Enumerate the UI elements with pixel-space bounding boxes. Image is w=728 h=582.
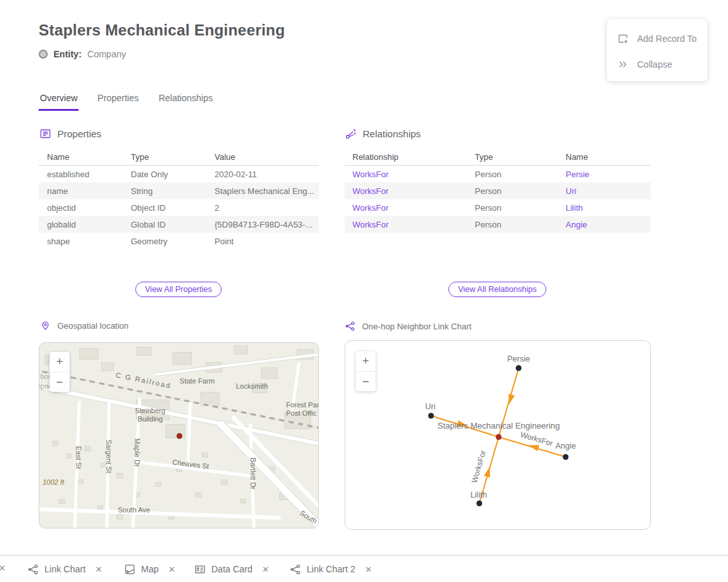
zoom-in-button[interactable]: + <box>50 352 70 372</box>
bottom-tab-link-chart-2[interactable]: Link Chart 2 ✕ <box>290 556 372 582</box>
map-label: Forest Par <box>286 401 319 409</box>
close-icon[interactable]: ✕ <box>168 565 175 574</box>
col-header: Type <box>475 152 566 162</box>
menu-item-add-record-to[interactable]: Add Record To <box>607 26 707 52</box>
rel-type: Person <box>475 170 566 179</box>
col-header: Type <box>131 152 215 162</box>
section-title: One-hop Neighbor Link Chart <box>362 322 472 331</box>
entity-link[interactable]: Angie <box>566 220 651 229</box>
data-card-page: Staplers Mechanical Engineering Entity: … <box>0 0 728 582</box>
relationships-icon <box>345 128 356 139</box>
menu-item-label: Collapse <box>637 59 672 70</box>
one-hop-link-chart[interactable]: WorksFor WorksFor Persie Uri Angie Lilit… <box>345 340 651 530</box>
map-building <box>52 441 59 446</box>
rel-type: Person <box>475 220 566 229</box>
bottom-tab-map[interactable]: Map ✕ <box>124 556 175 582</box>
zoom-out-button[interactable]: − <box>50 372 70 392</box>
prop-value: 2020-02-11 <box>215 170 319 179</box>
link-chart-icon <box>28 564 39 575</box>
close-icon[interactable]: ✕ <box>95 565 102 574</box>
table-row: WorksFor Person Uri <box>345 182 651 199</box>
close-icon[interactable]: ✕ <box>365 565 372 574</box>
close-icon[interactable]: ✕ <box>0 563 6 573</box>
prop-type: String <box>131 186 215 196</box>
menu-item-label: Add Record To <box>637 34 696 44</box>
col-header: Value <box>215 152 319 162</box>
options-dropdown-menu: Add Record To Collapse <box>607 19 707 81</box>
node-label: Angie <box>555 441 576 451</box>
table-row: globalid Global ID {5D9B4713-F98D-4A53-.… <box>39 216 319 233</box>
table-row: WorksFor Person Lilith <box>345 199 651 216</box>
section-title: Properties <box>57 128 101 139</box>
prop-name: globalid <box>47 220 131 229</box>
entity-label: Entity: <box>53 49 82 59</box>
map-building <box>240 499 246 503</box>
table-row: WorksFor Person Persie <box>345 166 651 182</box>
map-label: Post Offic <box>286 409 316 417</box>
map-building <box>66 454 72 458</box>
map-building <box>117 514 123 519</box>
node-label: Lilith <box>470 490 487 500</box>
map-label: State Farm <box>180 377 215 385</box>
bottom-tab-data-card[interactable]: Data Card ✕ <box>195 556 269 582</box>
properties-table-header: Name Type Value <box>39 148 319 166</box>
geospatial-section-header: Geospatial location <box>40 321 129 331</box>
entity-link[interactable]: Uri <box>566 186 651 196</box>
node-angie[interactable] <box>563 454 569 460</box>
map-building <box>78 480 84 484</box>
edge-label: WorksFor <box>470 449 488 484</box>
zoom-out-button[interactable]: − <box>356 371 376 391</box>
node-lilith[interactable] <box>477 501 483 507</box>
relationship-link[interactable]: WorksFor <box>352 170 475 179</box>
tab-overview[interactable]: Overview <box>39 93 79 111</box>
prop-name: established <box>47 170 131 179</box>
prop-name: name <box>47 186 131 196</box>
map-icon <box>124 564 135 575</box>
relationship-link[interactable]: WorksFor <box>352 186 475 196</box>
close-icon[interactable]: ✕ <box>262 565 269 574</box>
map-label: Bartlett Dr <box>249 458 257 490</box>
map-building <box>155 482 161 487</box>
node-label: Uri <box>425 402 436 411</box>
tab-properties[interactable]: Properties <box>96 93 140 111</box>
bottom-tab-link-chart[interactable]: Link Chart ✕ <box>28 556 102 582</box>
tab-label: Link Chart 2 <box>307 564 355 574</box>
node-uri[interactable] <box>428 413 434 419</box>
map-building <box>173 352 192 365</box>
relationship-link[interactable]: WorksFor <box>352 220 475 229</box>
relationship-link[interactable]: WorksFor <box>352 203 475 213</box>
prop-value: Point <box>215 237 319 246</box>
map-building <box>117 473 123 478</box>
chart-zoom-control: + − <box>356 351 376 391</box>
map-road <box>186 402 191 467</box>
menu-item-collapse[interactable]: Collapse <box>607 52 707 77</box>
col-header: Name <box>566 152 651 162</box>
map-label: Steinberg <box>135 407 165 414</box>
tab-label: Data Card <box>211 564 253 574</box>
node-persie[interactable] <box>516 365 522 371</box>
center-node-label: Staplers Mechanical Engineering <box>437 421 560 431</box>
tab-relationships[interactable]: Relationships <box>157 93 214 111</box>
map-label: Locksmith <box>236 382 268 390</box>
relationships-table: Relationship Type Name WorksFor Person P… <box>345 148 651 233</box>
card-tabs: Overview Properties Relationships <box>39 93 214 111</box>
entity-link[interactable]: Lilith <box>566 203 651 213</box>
zoom-in-button[interactable]: + <box>356 351 376 371</box>
link-chart-icon <box>290 564 301 575</box>
map-label: Sargent St <box>105 440 113 473</box>
node-center-entity[interactable] <box>496 434 502 440</box>
entity-value: Company <box>88 49 126 59</box>
node-label: Persie <box>507 354 530 364</box>
entity-link[interactable]: Persie <box>566 170 651 179</box>
entity-location-marker[interactable] <box>177 433 182 439</box>
map-building <box>79 348 99 360</box>
map-zoom-control: + − <box>50 352 70 392</box>
view-all-relationships-button[interactable]: View All Relationships <box>448 282 546 297</box>
view-all-properties-button[interactable]: View All Properties <box>135 282 222 297</box>
geospatial-map[interactable]: rbour opaedics C G Railroad State Farm L… <box>39 342 319 529</box>
properties-table: Name Type Value established Date Only 20… <box>39 148 319 249</box>
table-row: established Date Only 2020-02-11 <box>39 166 319 182</box>
page-title: Staplers Mechanical Engineering <box>39 21 285 39</box>
map-pin-icon <box>40 321 51 331</box>
map-building <box>136 347 151 356</box>
